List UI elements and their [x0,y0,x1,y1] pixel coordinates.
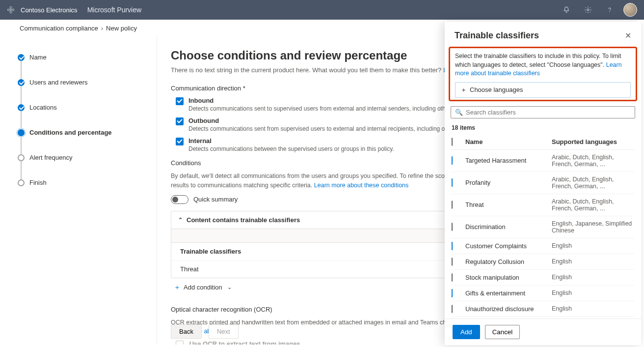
chevron-right-icon: › [101,25,103,32]
add-button[interactable]: Add [453,325,480,339]
checkbox[interactable] [176,97,184,105]
row-checkbox[interactable] [452,242,453,250]
step-finish[interactable]: Finish [18,174,142,199]
classifiers-flyout: Trainable classifiers ✕ Select the train… [445,22,641,345]
step-locations[interactable]: Locations [18,99,142,124]
org-name: Contoso Electronics [21,6,78,14]
classifier-row[interactable]: Unauthorized disclosureEnglish [452,301,634,317]
col-name: Name [465,138,552,145]
classifier-row[interactable]: ProfanityArabic, Dutch, English, French,… [452,172,634,194]
quick-summary-label: Quick summary [193,196,238,203]
col-lang: Supported languages [552,138,634,145]
search-input-wrap[interactable]: 🔍 [451,106,635,118]
breadcrumb-root[interactable]: Communication compliance [20,25,98,32]
search-icon: 🔍 [455,109,463,116]
row-checkbox[interactable] [452,156,453,165]
close-icon[interactable]: ✕ [625,31,631,40]
classifier-row[interactable]: ThreatArabic, Dutch, English, French, Ge… [452,194,634,216]
item-count: 18 items [445,121,641,134]
classifier-row[interactable]: DiscriminationEnglish, Japanese, Simplif… [452,216,634,238]
search-input[interactable] [466,109,631,116]
svg-point-4 [587,9,589,11]
app-header: Contoso Electronics Microsoft Purview [0,0,644,20]
classifier-row[interactable]: Stock manipulationEnglish [452,270,634,286]
chevron-up-icon: ⌃ [178,217,183,223]
step-conditions-and-percentage[interactable]: Conditions and percentage [18,124,142,149]
ocr-checkbox-label: Use OCR to extract text from images [189,340,300,345]
settings-icon[interactable] [580,2,596,18]
cancel-button[interactable]: Cancel [485,325,520,339]
classifier-row[interactable]: Regulatory CollusionEnglish [452,254,634,270]
step-alert-frequency[interactable]: Alert frequency [18,149,142,174]
classifier-row[interactable]: Customer ComplaintsEnglish [452,238,634,254]
wizard-steps: NameUsers and reviewersLocationsConditio… [0,37,157,345]
svg-point-2 [10,6,12,8]
user-avatar[interactable] [623,3,637,17]
classifier-row[interactable]: Targeted HarassmentArabic, Dutch, Englis… [452,150,634,172]
step-name[interactable]: Name [18,49,142,74]
flyout-title: Trainable classifiers [455,30,625,41]
back-button[interactable]: Back [171,324,202,339]
svg-point-5 [610,11,610,12]
chevron-down-icon: ⌄ [227,284,232,290]
row-checkbox[interactable] [452,258,453,266]
step-users-and-reviewers[interactable]: Users and reviewers [18,74,142,99]
app-logo-icon [7,6,15,14]
select-all-checkbox[interactable] [452,138,453,146]
help-icon[interactable] [602,2,617,18]
row-checkbox[interactable] [452,305,453,313]
quick-summary-toggle[interactable] [171,195,188,204]
ocr-checkbox[interactable] [176,341,184,345]
row-checkbox[interactable] [452,289,453,297]
row-checkbox[interactable] [452,273,453,282]
svg-point-1 [12,9,14,11]
product-name: Microsoft Purview [87,6,141,14]
svg-point-3 [10,11,12,13]
choose-languages-button[interactable]: ＋ Choose languages [455,82,631,98]
classifier-row[interactable]: Gifts & entertainmentEnglish [452,286,634,301]
notifications-icon[interactable] [559,2,574,18]
next-button: Next [209,324,239,339]
classifiers-table: Name Supported languages Targeted Harass… [445,134,641,319]
checkbox[interactable] [176,117,184,125]
row-checkbox[interactable] [452,223,453,231]
panel-title: Content contains trainable classifiers [187,216,300,224]
highlighted-info: Select the trainable classifiers to incl… [449,47,637,101]
checkbox[interactable] [176,138,184,145]
svg-point-0 [7,9,9,11]
row-checkbox[interactable] [452,178,453,187]
row-checkbox[interactable] [452,201,453,209]
conditions-learn-link[interactable]: Learn more about these conditions [314,182,409,189]
plus-icon: ＋ [174,283,181,292]
breadcrumb-current: New policy [106,25,137,32]
plus-icon: ＋ [460,86,467,94]
